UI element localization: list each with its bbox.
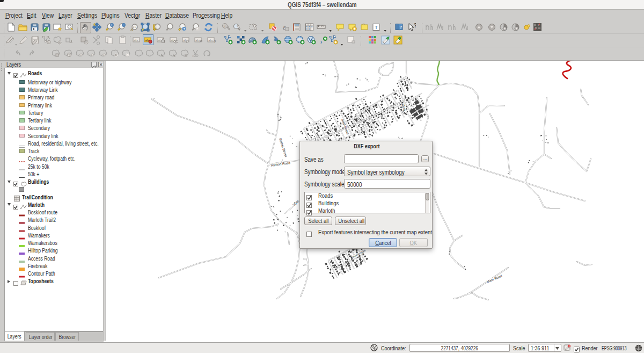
svg-text:1:1: 1:1 xyxy=(133,25,137,28)
svg-text:?: ? xyxy=(399,25,402,30)
svg-text:?: ? xyxy=(414,23,416,28)
svg-text:i: i xyxy=(224,24,225,28)
svg-text:,: , xyxy=(320,36,323,44)
svg-text:Main Road: Main Road xyxy=(486,273,503,284)
svg-text:abc: abc xyxy=(208,39,214,42)
svg-text:abc: abc xyxy=(195,39,201,42)
svg-text:Ashton Road: Ashton Road xyxy=(270,161,291,167)
svg-text:?: ? xyxy=(214,39,216,44)
svg-text:Bethel Street: Bethel Street xyxy=(279,138,288,157)
svg-text:T: T xyxy=(375,25,378,30)
svg-text:abc: abc xyxy=(134,39,139,42)
svg-text:Voël: Voël xyxy=(292,199,299,206)
